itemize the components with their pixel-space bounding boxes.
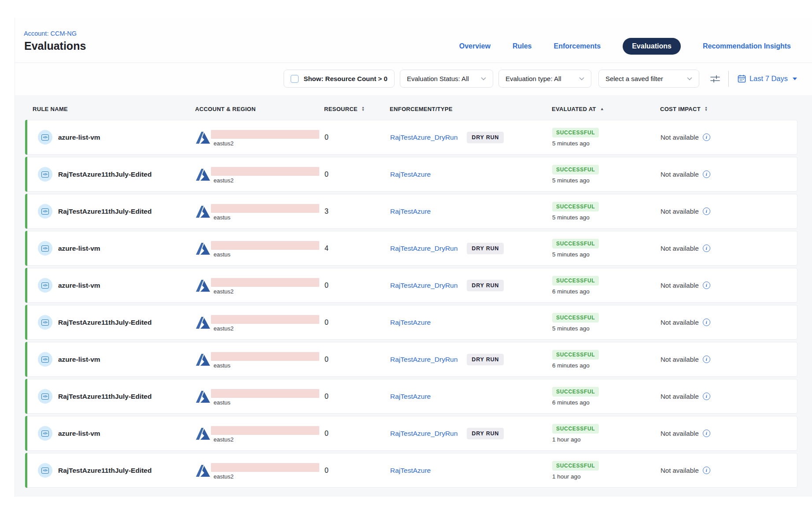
rule-icon: </> bbox=[38, 389, 52, 404]
enforcement-link[interactable]: RajTestAzure bbox=[390, 319, 431, 326]
account-breadcrumb-link[interactable]: Account: CCM-NG bbox=[24, 30, 77, 37]
account-name-redacted bbox=[211, 278, 319, 287]
table-row[interactable]: </> RajTestAzure11thJuly-Edited eastus2 … bbox=[25, 305, 797, 340]
table-row[interactable]: </> RajTestAzure11thJuly-Edited eastus 0… bbox=[25, 379, 797, 414]
evaluation-type-value: Evaluation type: All bbox=[506, 75, 561, 82]
account-name-redacted bbox=[211, 130, 319, 139]
tab-overview[interactable]: Overview bbox=[459, 42, 491, 50]
info-circle-icon[interactable]: i bbox=[703, 467, 710, 474]
table-row[interactable]: </> azure-list-vm eastus 0 RajTestAzure_… bbox=[25, 342, 797, 377]
dry-run-badge: DRY RUN bbox=[467, 243, 504, 254]
enforcement-link[interactable]: RajTestAzure bbox=[390, 208, 431, 215]
info-circle-icon[interactable]: i bbox=[703, 319, 710, 326]
rule-name: RajTestAzure11thJuly-Edited bbox=[58, 319, 151, 326]
saved-filter-select[interactable]: Select a saved filter bbox=[598, 70, 699, 88]
info-circle-icon[interactable]: i bbox=[703, 356, 710, 363]
table-row[interactable]: </> azure-list-vm eastus2 0 RajTestAzure… bbox=[25, 120, 797, 155]
evaluated-time: 5 minutes ago bbox=[552, 214, 590, 221]
region-label: eastus bbox=[214, 251, 230, 258]
table-row[interactable]: </> azure-list-vm eastus2 0 RajTestAzure… bbox=[25, 416, 797, 451]
sliders-icon[interactable] bbox=[710, 74, 720, 84]
info-circle-icon[interactable]: i bbox=[703, 282, 710, 289]
azure-icon bbox=[196, 427, 210, 440]
azure-icon bbox=[196, 242, 210, 255]
resource-count: 3 bbox=[325, 208, 328, 215]
evaluated-time: 6 minutes ago bbox=[552, 362, 590, 369]
rule-name: azure-list-vm bbox=[58, 282, 100, 289]
info-circle-icon[interactable]: i bbox=[703, 245, 710, 252]
account-name-redacted bbox=[211, 204, 319, 213]
rule-icon: </> bbox=[38, 130, 52, 145]
info-circle-icon[interactable]: i bbox=[703, 134, 710, 141]
row-accent-bar bbox=[25, 379, 27, 414]
row-accent-bar bbox=[25, 416, 27, 451]
rule-icon: </> bbox=[38, 278, 52, 293]
info-circle-icon[interactable]: i bbox=[703, 208, 710, 215]
status-badge: SUCCESSFUL bbox=[552, 239, 599, 249]
evaluated-time: 6 minutes ago bbox=[552, 288, 590, 295]
cost-impact-value: Not available bbox=[661, 208, 699, 215]
enforcement-link[interactable]: RajTestAzure bbox=[390, 467, 431, 475]
evaluation-status-select[interactable]: Evaluation Status: All bbox=[400, 70, 493, 88]
region-label: eastus2 bbox=[214, 325, 234, 332]
resource-count-label: Show: Resource Count > 0 bbox=[303, 75, 387, 82]
col-account-region: ACCOUNT & REGION bbox=[195, 106, 324, 112]
account-name-redacted bbox=[211, 463, 319, 472]
sort-ascending-icon[interactable]: ▲ bbox=[600, 107, 604, 111]
enforcement-link[interactable]: RajTestAzure bbox=[390, 171, 431, 178]
rule-name: RajTestAzure11thJuly-Edited bbox=[58, 208, 151, 215]
resource-count-filter[interactable]: Show: Resource Count > 0 bbox=[284, 70, 394, 88]
table-row[interactable]: </> azure-list-vm eastus 4 RajTestAzure_… bbox=[25, 231, 797, 266]
table-row[interactable]: </> RajTestAzure11thJuly-Edited eastus2 … bbox=[25, 157, 797, 192]
status-badge: SUCCESSFUL bbox=[552, 128, 599, 137]
row-accent-bar bbox=[25, 120, 27, 155]
cost-impact-value: Not available bbox=[661, 430, 699, 437]
date-range-value: Last 7 Days bbox=[749, 74, 788, 83]
enforcement-link[interactable]: RajTestAzure_DryRun bbox=[390, 356, 458, 364]
date-range-picker[interactable]: Last 7 Days bbox=[738, 74, 797, 83]
evaluated-time: 1 hour ago bbox=[552, 436, 581, 443]
status-badge: SUCCESSFUL bbox=[552, 424, 599, 434]
enforcement-link[interactable]: RajTestAzure_DryRun bbox=[390, 245, 458, 252]
table-row[interactable]: </> RajTestAzure11thJuly-Edited eastus2 … bbox=[25, 453, 797, 488]
cost-impact-value: Not available bbox=[661, 393, 699, 400]
table-body: </> azure-list-vm eastus2 0 RajTestAzure… bbox=[15, 120, 812, 488]
tab-rules[interactable]: Rules bbox=[513, 42, 532, 50]
region-label: eastus2 bbox=[214, 288, 234, 295]
resource-count: 0 bbox=[325, 134, 328, 141]
evaluation-type-select[interactable]: Evaluation type: All bbox=[498, 70, 591, 88]
enforcement-link[interactable]: RajTestAzure bbox=[390, 393, 431, 401]
azure-icon bbox=[196, 279, 210, 292]
status-badge: SUCCESSFUL bbox=[552, 461, 599, 471]
azure-icon bbox=[196, 353, 210, 366]
tab-enforcements[interactable]: Enforcements bbox=[554, 42, 601, 50]
cost-impact-value: Not available bbox=[661, 282, 699, 289]
info-circle-icon[interactable]: i bbox=[703, 393, 710, 400]
resource-count-checkbox[interactable] bbox=[291, 75, 299, 83]
table-row[interactable]: </> RajTestAzure11thJuly-Edited eastus 3… bbox=[25, 194, 797, 229]
enforcement-link[interactable]: RajTestAzure_DryRun bbox=[390, 430, 458, 438]
info-circle-icon[interactable]: i bbox=[703, 430, 710, 437]
cost-impact-value: Not available bbox=[661, 467, 699, 474]
enforcement-link[interactable]: RajTestAzure_DryRun bbox=[390, 282, 458, 289]
table-row[interactable]: </> azure-list-vm eastus2 0 RajTestAzure… bbox=[25, 268, 797, 303]
sort-updown-icon[interactable]: ▲▼ bbox=[705, 106, 708, 111]
resource-count: 0 bbox=[325, 430, 328, 437]
info-circle-icon[interactable]: i bbox=[703, 171, 710, 178]
row-accent-bar bbox=[25, 157, 27, 192]
tab-recommendation-insights[interactable]: Recommendation Insights bbox=[703, 42, 791, 50]
tab-evaluations[interactable]: Evaluations bbox=[623, 38, 681, 55]
account-name-redacted bbox=[211, 389, 319, 398]
sort-updown-icon[interactable]: ▲▼ bbox=[362, 106, 365, 111]
status-badge: SUCCESSFUL bbox=[552, 276, 599, 286]
azure-icon bbox=[196, 464, 210, 477]
resource-count: 0 bbox=[325, 171, 328, 178]
status-badge: SUCCESSFUL bbox=[552, 202, 599, 211]
rule-icon: </> bbox=[38, 463, 52, 478]
calendar-icon bbox=[738, 74, 746, 83]
dry-run-badge: DRY RUN bbox=[467, 354, 504, 365]
evaluation-status-value: Evaluation Status: All bbox=[407, 75, 469, 82]
region-label: eastus bbox=[214, 399, 230, 406]
rule-name: azure-list-vm bbox=[58, 356, 100, 364]
enforcement-link[interactable]: RajTestAzure_DryRun bbox=[390, 134, 458, 141]
